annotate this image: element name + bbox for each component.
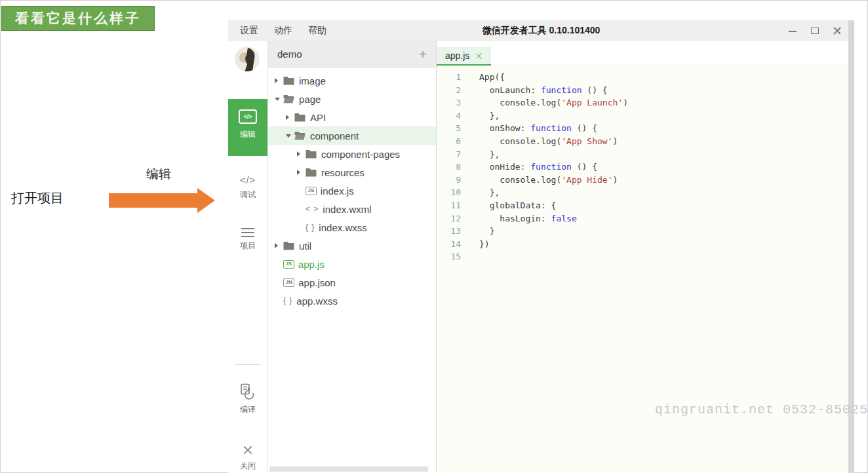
line-number: 1 xyxy=(437,71,467,84)
tree-folder-API[interactable]: API xyxy=(268,108,436,126)
tree-item-label: API xyxy=(310,112,326,123)
line-number: 7 xyxy=(437,148,467,161)
file-tree: imagepageAPIcomponentcomponent-pagesreso… xyxy=(268,67,436,473)
code-text: }, xyxy=(479,109,500,123)
tree-file-index.js[interactable]: JSindex.js xyxy=(268,181,436,200)
explorer-header: demo + xyxy=(268,41,436,67)
slide-page: 看看它是什么样子 打开项目 编辑 设置 动作 帮助 微信开发者工具 0.10.1… xyxy=(0,0,868,473)
folder-icon xyxy=(306,168,317,177)
line-number: 9 xyxy=(437,174,467,187)
open-project-label: 打开项目 xyxy=(11,189,64,207)
tab-label: app.js xyxy=(445,50,469,61)
arrow-icon xyxy=(109,193,198,208)
code-text: onHide: function () { xyxy=(479,161,597,174)
code-line: 8 onHide: function () { xyxy=(437,161,854,174)
chevron-right-icon[interactable] xyxy=(275,78,278,83)
code-text: } xyxy=(479,225,494,238)
sidebar-item-edit[interactable]: </> 编辑 xyxy=(228,99,267,156)
sidebar-item-project[interactable]: 项目 xyxy=(228,228,267,252)
code-icon: </> xyxy=(228,174,267,185)
menu-lines-icon xyxy=(241,228,254,229)
code-line: 11 globalData: { xyxy=(437,199,854,212)
folder-open-icon xyxy=(294,131,306,140)
tab-appjs[interactable]: app.js xyxy=(437,47,491,66)
code-line: 6 console.log('App Show') xyxy=(437,135,854,148)
code-line: 5 onShow: function () { xyxy=(437,122,854,135)
sidebar-divider xyxy=(235,364,261,365)
add-file-button[interactable]: + xyxy=(419,48,427,61)
code-line: 1App({ xyxy=(437,71,854,84)
code-text: globalData: { xyxy=(479,199,556,212)
sidebar-item-label: 关闭 xyxy=(240,461,256,470)
chevron-right-icon[interactable] xyxy=(275,243,278,248)
code-line: 3 console.log('App Launch') xyxy=(437,96,854,109)
maximize-icon[interactable] xyxy=(810,26,820,36)
wxss-file-icon: { } xyxy=(306,223,315,232)
code-text: console.log('App Launch') xyxy=(479,96,628,109)
tree-folder-resources[interactable]: resources xyxy=(268,163,436,181)
wxml-file-icon: < > xyxy=(306,204,319,214)
tab-close-icon[interactable] xyxy=(475,52,483,60)
window-controls xyxy=(787,20,842,41)
tree-folder-component-pages[interactable]: component-pages xyxy=(268,145,436,163)
js-file-icon: JS xyxy=(306,187,317,195)
tree-item-label: app.wxss xyxy=(296,295,338,307)
horizontal-scrollbar[interactable] xyxy=(269,466,428,472)
tree-item-label: index.js xyxy=(321,185,354,197)
avatar[interactable] xyxy=(235,47,260,71)
folder-icon xyxy=(294,113,306,122)
close-icon[interactable] xyxy=(832,26,842,36)
sidebar-item-label: 项目 xyxy=(240,241,256,250)
titlebar: 设置 动作 帮助 微信开发者工具 0.10.101400 xyxy=(228,20,854,41)
chevron-down-icon[interactable] xyxy=(275,98,280,101)
code-line: 15 xyxy=(437,250,854,263)
line-number: 3 xyxy=(437,96,467,109)
tree-item-label: component-pages xyxy=(321,149,400,160)
folder-icon xyxy=(283,76,294,85)
minimize-icon[interactable] xyxy=(787,26,798,36)
code-text: }) xyxy=(479,238,490,251)
folder-open-icon xyxy=(283,94,294,104)
code-line: 14}) xyxy=(437,238,854,251)
arrow-caption-label: 编辑 xyxy=(146,166,171,183)
line-number: 5 xyxy=(437,122,467,135)
chevron-right-icon[interactable] xyxy=(297,170,300,175)
tree-item-label: app.json xyxy=(298,277,336,288)
tree-folder-page[interactable]: page xyxy=(268,90,436,108)
code-text: hasLogin: false xyxy=(479,212,577,225)
tree-file-index.wxss[interactable]: { }index.wxss xyxy=(268,218,436,236)
code-text: }, xyxy=(479,148,500,161)
tree-item-label: index.wxml xyxy=(323,204,371,215)
tree-file-index.wxml[interactable]: < >index.wxml xyxy=(268,200,436,218)
line-number: 2 xyxy=(437,84,467,97)
code-area[interactable]: 1App({2 onLaunch: function () {3 console… xyxy=(437,66,854,263)
sidebar-item-label: 调试 xyxy=(240,190,256,199)
chevron-down-icon[interactable] xyxy=(286,134,291,138)
code-text: onLaunch: function () { xyxy=(479,84,608,97)
activity-sidebar: </> 编辑 </> 调试 项目 xyxy=(228,41,267,473)
code-line: 12 hasLogin: false xyxy=(437,212,854,225)
code-badge-icon: </> xyxy=(239,109,257,124)
chevron-right-icon[interactable] xyxy=(297,151,300,157)
code-line: 7 }, xyxy=(437,148,854,161)
menu-item-help[interactable]: 帮助 xyxy=(308,25,326,37)
tree-file-app.js[interactable]: JSapp.js xyxy=(268,255,436,273)
code-text: }, xyxy=(479,186,500,199)
tree-folder-image[interactable]: image xyxy=(268,71,436,90)
menu-item-settings[interactable]: 设置 xyxy=(240,25,258,37)
tree-item-label: index.wxss xyxy=(319,222,366,233)
sidebar-item-close[interactable]: 关闭 xyxy=(228,444,267,472)
tree-folder-component[interactable]: component xyxy=(268,126,436,145)
tree-file-app.wxss[interactable]: { }app.wxss xyxy=(268,292,436,310)
sidebar-item-compile[interactable]: 编译 xyxy=(228,383,267,415)
sidebar-item-debug[interactable]: </> 调试 xyxy=(228,174,267,200)
tree-folder-util[interactable]: util xyxy=(268,236,436,255)
menu-item-actions[interactable]: 动作 xyxy=(274,25,292,37)
tree-file-app.json[interactable]: JNapp.json xyxy=(268,273,436,292)
line-number: 6 xyxy=(437,135,467,148)
code-line: 13 } xyxy=(437,225,854,238)
arrow-head-icon xyxy=(197,188,215,213)
code-line: 9 console.log('App Hide') xyxy=(437,174,854,187)
tree-item-label: image xyxy=(299,75,326,86)
chevron-right-icon[interactable] xyxy=(286,115,289,120)
